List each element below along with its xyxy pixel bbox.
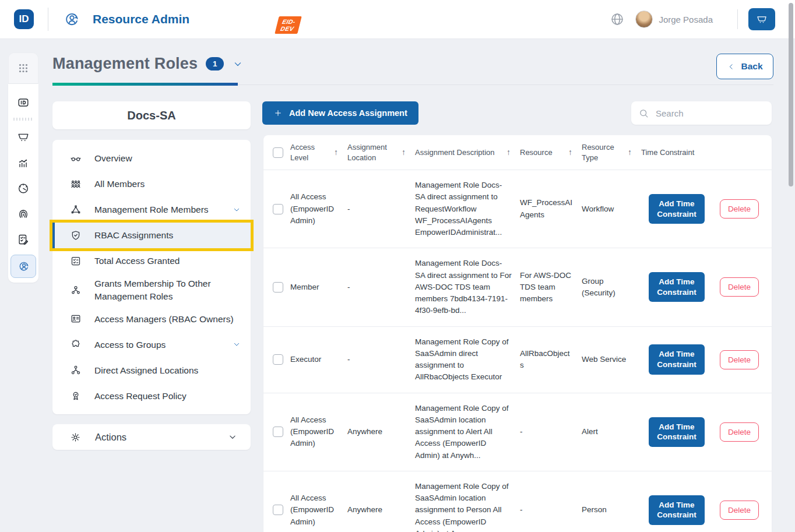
person-nodes-icon <box>70 284 82 296</box>
plus-icon <box>273 108 283 118</box>
cell-assignment-location: - <box>347 272 415 302</box>
add-time-constraint-button[interactable]: Add Time Constraint <box>649 417 705 447</box>
row-checkbox[interactable] <box>273 204 283 214</box>
rail-analytics-button[interactable] <box>10 150 36 175</box>
add-new-access-assignment-button[interactable]: Add New Access Assignment <box>262 101 418 125</box>
cell-resource: AllRbacObjects <box>520 339 582 381</box>
sidebar-item-label: Access Managers (RBAC Owners) <box>94 313 234 326</box>
row-checkbox[interactable] <box>273 427 283 437</box>
cell-resource-type: Person <box>582 495 641 525</box>
cell-assignment-location: - <box>347 194 415 224</box>
resource-admin-icon <box>17 260 30 273</box>
column-header-resource[interactable]: Resource↑ <box>520 147 582 158</box>
delete-button[interactable]: Delete <box>720 199 759 219</box>
rail-id-logo-button[interactable] <box>10 90 36 115</box>
cell-resource: WF_ProcessAIAgents <box>520 188 582 230</box>
sidebar-item-label: All Members <box>94 178 145 191</box>
sidebar-item-management-role-members[interactable]: Management Role Members <box>52 197 251 223</box>
table-row: Member - Management Role Docs-SA direct … <box>263 248 772 326</box>
sidebar-item-direct-assigned-locations[interactable]: Direct Assigned Locations <box>52 357 251 383</box>
column-header-assignment-description[interactable]: Assignment Description↑ <box>415 147 520 158</box>
delete-button[interactable]: Delete <box>720 501 759 520</box>
rail-gauge-button[interactable] <box>10 175 36 201</box>
resource-admin-icon[interactable] <box>62 10 80 28</box>
cell-assignment-description: Management Role Docs-SA direct assignmen… <box>415 248 520 326</box>
cart-icon <box>17 131 30 143</box>
app-title: Resource Admin EID-DEV <box>93 12 189 26</box>
vertical-scrollbar[interactable] <box>789 3 793 186</box>
count-badge: 1 <box>206 57 224 71</box>
table-header-row: Access Level↑Assignment Location↑Assignm… <box>263 135 772 170</box>
analytics-icon <box>17 156 30 169</box>
chevron-down-icon[interactable] <box>232 58 244 70</box>
row-checkbox[interactable] <box>273 354 283 365</box>
table-row: All Access (EmpowerID Admin) Anywhere Ma… <box>263 471 772 532</box>
chevron-down-icon <box>227 432 238 442</box>
sidebar-item-grants-membership-to-other-management-roles[interactable]: Grants Membership To Other Management Ro… <box>52 274 251 306</box>
globe-icon[interactable] <box>610 12 625 27</box>
column-header-resource-type[interactable]: Resource Type↑ <box>582 142 641 163</box>
cell-resource: - <box>520 417 582 447</box>
search-input[interactable] <box>656 108 765 118</box>
column-header-assignment-location[interactable]: Assignment Location↑ <box>347 142 415 163</box>
rail-fingerprint-button[interactable] <box>10 201 36 227</box>
cell-assignment-description: Management Role Copy of SaaSAdmin locati… <box>415 393 520 471</box>
dotted-divider <box>13 118 33 121</box>
sort-asc-icon: ↑ <box>623 147 632 158</box>
cell-assignment-location: Anywhere <box>347 495 415 525</box>
sidebar-item-label: Access Request Policy <box>94 390 187 403</box>
add-time-constraint-button[interactable]: Add Time Constraint <box>649 495 705 525</box>
column-header-time-constraint: Time Constraint <box>641 147 772 158</box>
sidebar-item-label: Access to Groups <box>94 339 166 351</box>
table-row: All Access (EmpowerID Admin) Anywhere Ma… <box>263 393 772 471</box>
column-header-access-level[interactable]: Access Level↑ <box>290 142 347 163</box>
add-time-constraint-button[interactable]: Add Time Constraint <box>649 194 705 224</box>
sidebar-item-access-request-policy[interactable]: Access Request Policy <box>52 383 251 408</box>
sort-asc-icon: ↑ <box>564 147 572 158</box>
cell-resource-type: Alert <box>582 417 641 447</box>
triangle-nodes-icon <box>70 204 82 216</box>
search-icon <box>638 108 649 119</box>
cart-icon <box>756 13 768 25</box>
delete-button[interactable]: Delete <box>720 422 759 442</box>
table-body: All Access (EmpowerID Admin) - Managemen… <box>263 170 772 532</box>
sidebar-item-total-access-granted[interactable]: Total Access Granted <box>52 248 251 274</box>
sidebar-item-all-members[interactable]: All Members <box>52 171 251 197</box>
rail-cart-button[interactable] <box>10 124 36 150</box>
cell-assignment-location: Anywhere <box>347 417 415 447</box>
delete-button[interactable]: Delete <box>720 350 759 369</box>
add-time-constraint-button[interactable]: Add Time Constraint <box>649 344 705 374</box>
rail-tasks-edit-button[interactable] <box>10 227 36 252</box>
sidebar-item-overview[interactable]: Overview <box>52 146 251 171</box>
sidebar-item-access-to-groups[interactable]: Access to Groups <box>52 332 251 357</box>
page-title: Management Roles <box>52 55 198 73</box>
fingerprint-icon <box>17 207 30 220</box>
avatar[interactable] <box>635 10 653 28</box>
empowerid-logo[interactable]: ID <box>14 9 34 29</box>
app-grid-button[interactable] <box>8 52 38 84</box>
back-button[interactable]: Back <box>716 54 773 79</box>
user-name[interactable]: Jorge Posada <box>659 15 713 24</box>
chevron-down-icon <box>232 205 241 214</box>
sidebar-item-access-managers-rbac-owners[interactable]: Access Managers (RBAC Owners) <box>52 306 251 332</box>
delete-button[interactable]: Delete <box>720 277 759 297</box>
sidebar-item-label: Direct Assigned Locations <box>94 364 198 377</box>
cell-resource: - <box>520 495 582 525</box>
row-checkbox[interactable] <box>273 505 283 515</box>
rail-resource-admin-button[interactable] <box>10 255 36 278</box>
chevron-down-icon <box>232 340 241 349</box>
add-time-constraint-button[interactable]: Add Time Constraint <box>649 272 705 302</box>
cell-access-level: All Access (EmpowerID Admin) <box>290 405 347 459</box>
shield-check-icon <box>70 230 82 241</box>
sort-asc-icon: ↑ <box>502 147 511 158</box>
cell-resource-type: Web Service <box>582 344 641 375</box>
cell-resource: For AWS-DOC TDS team members <box>520 260 582 315</box>
select-all-checkbox[interactable] <box>273 147 283 158</box>
sort-asc-icon: ↑ <box>329 147 338 158</box>
sidebar-item-rbac-assignments[interactable]: RBAC Assignments <box>52 223 251 248</box>
actions-panel[interactable]: Actions <box>52 424 251 450</box>
topbar-divider <box>737 9 738 29</box>
tasks-edit-icon <box>17 233 30 246</box>
cart-button[interactable] <box>748 8 775 30</box>
row-checkbox[interactable] <box>273 282 283 293</box>
